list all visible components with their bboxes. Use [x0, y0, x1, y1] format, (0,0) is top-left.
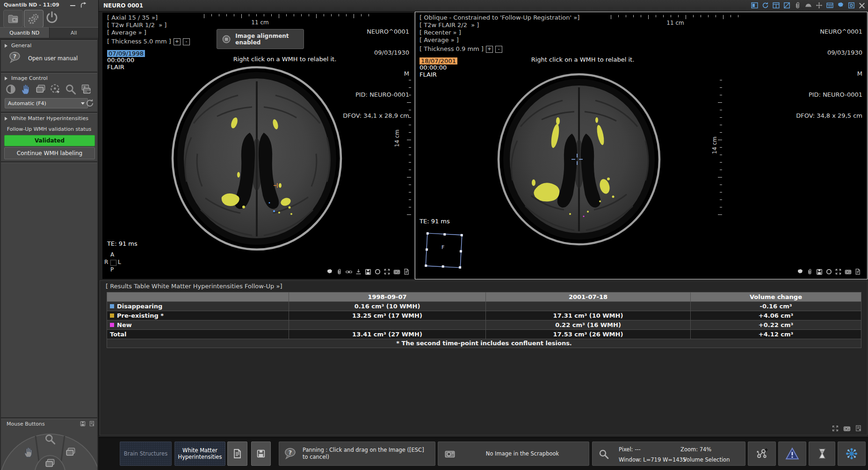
timepoint-date-badge[interactable]: 07/09/1998: [107, 50, 145, 57]
vertical-ruler-label: 14 cm: [394, 128, 400, 149]
recenter-menu[interactable]: [ Recenter » ]: [420, 29, 461, 36]
snapshot-camera-icon[interactable]: [844, 268, 852, 276]
header-volume-change: Volume change: [691, 292, 861, 302]
power-button[interactable]: [45, 10, 59, 24]
help-balloon-icon[interactable]: [7, 51, 22, 64]
patient-name: NEURO^0001: [343, 28, 409, 35]
thickness-increase-button[interactable]: +: [486, 46, 493, 53]
header-empty: [107, 292, 289, 302]
wmh-mode-button[interactable]: White Matter Hyperintensities: [174, 442, 225, 466]
chevron-down-icon: [81, 102, 85, 105]
results-title[interactable]: [ Results Table White Matter Hyperintens…: [106, 283, 282, 290]
refresh-icon[interactable]: [761, 1, 769, 9]
fullscreen-icon[interactable]: [383, 268, 391, 275]
undock-icon[interactable]: [80, 1, 88, 9]
load-study-button[interactable]: [3, 10, 23, 28]
mouse-config-list-icon[interactable]: [89, 420, 95, 427]
molecule-add-icon: [755, 447, 768, 460]
orientation-posterior: P: [110, 266, 114, 273]
paperclip-icon[interactable]: [806, 268, 813, 275]
close-icon[interactable]: [858, 2, 866, 9]
paperclip-icon[interactable]: [336, 268, 343, 275]
save-icon[interactable]: [364, 268, 372, 276]
label-blob-icon[interactable]: [796, 268, 804, 276]
wmh-section-header[interactable]: White Matter Hyperintensities: [5, 115, 88, 121]
sequence-menu[interactable]: [ T2w FLAIR 2/2 » ]: [420, 21, 479, 28]
projection-menu[interactable]: [ Average » ]: [107, 29, 146, 36]
link-views-icon[interactable]: [345, 268, 353, 276]
timepoint-date-badge[interactable]: 18/07/2001: [420, 57, 457, 64]
thickness-decrease-button[interactable]: -: [183, 38, 190, 45]
dicom-tags-icon[interactable]: [847, 1, 855, 9]
scrapbook-blob-icon[interactable]: [837, 1, 845, 9]
save-icon[interactable]: [816, 268, 823, 276]
thickness-decrease-button[interactable]: -: [495, 46, 502, 53]
help-balloon-icon: [284, 447, 297, 460]
label-blob-icon[interactable]: [326, 268, 333, 276]
interaction-mode-dropdown[interactable]: Automatic (F4): [5, 98, 88, 108]
row-label: Disappearing: [117, 302, 162, 311]
circle-tool-icon[interactable]: [374, 268, 381, 275]
image-alignment-button[interactable]: Image alignment enabled: [217, 29, 304, 49]
cell-1998: 13.41 cm³ (27 WMH): [289, 330, 486, 339]
projection-menu[interactable]: [ Average » ]: [420, 36, 459, 43]
tab-all[interactable]: All: [49, 27, 99, 38]
brain-structures-button[interactable]: Brain Structures: [120, 442, 172, 466]
validated-status-badge[interactable]: Validated: [4, 135, 95, 146]
results-table-icon[interactable]: [826, 1, 834, 9]
window-level-tool-icon[interactable]: [80, 83, 92, 95]
processing-queue-button[interactable]: [809, 442, 835, 466]
pan-hand-tool-icon[interactable]: [20, 83, 32, 95]
report-icon[interactable]: [854, 268, 861, 275]
tab-quantib-nd[interactable]: Quantib ND: [0, 27, 49, 38]
inspect-magnifier-icon: [598, 449, 609, 460]
cell-2001: 0.22 cm³ (16 WMH): [486, 320, 691, 330]
continue-wmh-labeling-button[interactable]: Continue WMH labeling: [4, 147, 95, 159]
warnings-button[interactable]: [778, 442, 806, 466]
settings-button[interactable]: [24, 10, 43, 28]
scrapbook-panel[interactable]: No Image in the Scrapbook: [438, 442, 589, 466]
snapshot-camera-icon[interactable]: [393, 268, 401, 276]
report-button[interactable]: [227, 442, 247, 466]
zoom-tool-icon[interactable]: [65, 83, 77, 95]
image-control-section-header[interactable]: Image Control: [5, 75, 48, 81]
snapshot-camera-icon[interactable]: [843, 424, 851, 433]
viewport-followup[interactable]: [ Oblique - Constrained to 'Follow-Up Re…: [415, 12, 868, 279]
thickness-increase-button[interactable]: +: [174, 38, 181, 45]
sequence-menu[interactable]: [ T2w FLAIR 1/2 » ]: [107, 21, 166, 28]
report-icon[interactable]: [403, 268, 410, 275]
save-button[interactable]: [251, 442, 271, 466]
viewport-baseline[interactable]: [ Axial 15 / 35 »] [ T2w FLAIR 1/2 » ] […: [102, 13, 414, 279]
connectivity-button[interactable]: [748, 442, 776, 466]
orientation-menu[interactable]: [ Oblique - Constrained to 'Follow-Up Re…: [420, 14, 579, 21]
stack-scroll-tool-icon[interactable]: [35, 83, 47, 95]
thickness-menu[interactable]: [ Thickness 5.0 mm ]: [107, 38, 171, 45]
viewport-layout-icon[interactable]: [751, 1, 759, 9]
orientation-menu[interactable]: [ Axial 15 / 35 »]: [107, 14, 158, 21]
diagonal-measure-icon[interactable]: [783, 1, 791, 9]
general-section-header[interactable]: General: [5, 43, 31, 49]
pan-crosshair-icon[interactable]: [815, 1, 823, 9]
circle-tool-icon[interactable]: [825, 268, 832, 275]
report-cursor-icon[interactable]: [855, 425, 862, 432]
reset-icon[interactable]: [85, 98, 94, 107]
export-icon[interactable]: [355, 268, 362, 275]
split-view-icon[interactable]: [772, 1, 780, 9]
open-user-manual-link[interactable]: Open user manual: [28, 55, 78, 62]
thickness-menu[interactable]: [ Thickness 0.9 mm ]: [420, 45, 484, 52]
network-status-button[interactable]: [838, 442, 866, 466]
fullscreen-icon[interactable]: [835, 268, 842, 275]
legend-new-swatch: [110, 323, 114, 327]
target-pointer-tool-icon[interactable]: [50, 83, 62, 95]
cell-1998: 0.16 cm³ (10 WMH): [289, 302, 486, 311]
roi-selection-box[interactable]: F: [421, 229, 470, 274]
te-label: TE: 91 ms: [420, 218, 450, 225]
contrast-tool-icon[interactable]: [5, 83, 17, 95]
minimize-icon[interactable]: [70, 5, 75, 6]
dfov-label: DFOV: 34,8 x 29,5 cm: [796, 112, 862, 119]
fullscreen-icon[interactable]: [832, 425, 839, 432]
crosshair-marker[interactable]: [571, 153, 583, 165]
volume-3d-icon[interactable]: [804, 1, 812, 9]
save-layout-icon[interactable]: [80, 420, 86, 427]
paperclip-icon[interactable]: [794, 1, 802, 9]
